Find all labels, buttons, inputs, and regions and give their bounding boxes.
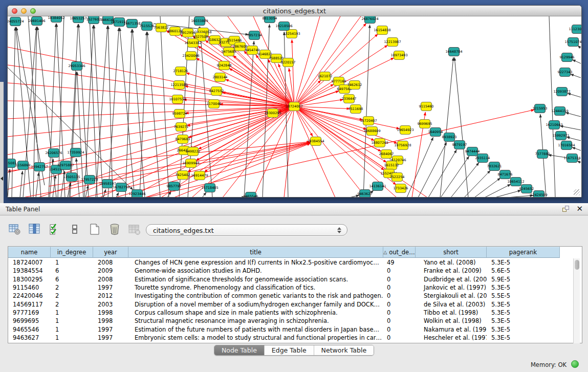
graph-node-label: 7522254 (390, 175, 405, 179)
table-row[interactable]: 946554611997Estimation of the future num… (8, 325, 573, 333)
column-header-year[interactable]: year (93, 247, 128, 258)
cell-year: 2008 (93, 276, 128, 283)
column-header-short[interactable]: short (416, 247, 487, 258)
graph-node-label: 9115460 (419, 104, 434, 108)
graph-node-label: 7425402 (176, 173, 190, 177)
citation-network-graph[interactable]: 1872400719384554756382288601288912954232… (8, 16, 581, 197)
graph-node-label: 12923446 (128, 192, 145, 196)
graph-node-label: 7377880 (535, 152, 550, 156)
graph-node-label: 12093872 (553, 90, 570, 94)
graph-node-label: 7462612 (347, 83, 362, 87)
column-header-out_degree[interactable]: △out_de… (383, 247, 416, 258)
cell-in_degree: 2 (51, 292, 93, 299)
table-header-row[interactable]: namein_degreeyeartitle△out_de…shortpager… (8, 247, 582, 258)
cell-out_degree: 0 (383, 292, 416, 299)
table-row[interactable]: 2242004622012Investigating the contribut… (8, 292, 573, 300)
graph-node-label: 26206576 (45, 151, 62, 155)
table-row[interactable]: 1456911722003Disruption of a novel membe… (8, 300, 573, 308)
table-body[interactable]: 1872400712008Changes of HCN gene express… (8, 258, 573, 343)
memory-status-indicator[interactable] (571, 360, 579, 368)
graph-node-label: 16648784 (445, 50, 462, 54)
graph-node-label: 7563822 (154, 26, 169, 30)
network-view-desktop: citations_edges.txt 18724007193845547563… (0, 0, 588, 203)
graph-node-label: 10973493 (390, 53, 407, 57)
column-header-in_degree[interactable]: in_degree (51, 247, 93, 258)
table-row[interactable]: 1872400712008Changes of HCN gene express… (8, 258, 573, 267)
panel-title: Table Panel (6, 206, 40, 213)
table-row[interactable]: 1830029562008Estimation of significance … (8, 275, 573, 283)
delete-table-icon[interactable] (128, 223, 141, 236)
window-resize-grip[interactable] (574, 189, 580, 195)
graph-node-label: 16671358 (123, 21, 140, 26)
delete-column-icon[interactable] (108, 223, 121, 236)
row-selection-icon[interactable] (68, 223, 81, 236)
close-panel-icon[interactable]: ✕ (576, 205, 583, 213)
cell-short: Franke et al. (2009) (416, 267, 487, 274)
graph-node-label: 29053346 (68, 64, 85, 68)
graph-node-label: 9474444 (465, 149, 480, 154)
graph-node-label: 9227343 (558, 70, 573, 74)
create-column-icon[interactable] (88, 223, 101, 236)
cell-out_degree: 0 (383, 309, 416, 316)
cell-name: 9777169 (8, 309, 51, 316)
graph-node-label: 2935114 (475, 156, 490, 160)
table-vertical-scrollbar[interactable] (573, 258, 580, 343)
graph-node-label: 13942757 (31, 165, 48, 169)
cell-title: Estimation of the future numbers of pati… (128, 326, 383, 333)
table-row[interactable]: 946362711997Embryonic stem cells: a mode… (8, 334, 573, 342)
column-header-name[interactable]: name (8, 247, 51, 258)
graph-node-label: 16210643 (546, 123, 562, 127)
cell-short: Dudbridge et al. (2008) (416, 276, 487, 283)
cell-title: Estimation of significance thresholds fo… (128, 276, 383, 283)
scrollbar-thumb[interactable] (575, 260, 579, 270)
tab-node-table[interactable]: Node Table (214, 345, 265, 355)
graph-node-label: 13254193 (283, 32, 300, 36)
graph-node-label: 1733426 (394, 186, 408, 190)
graph-node-label: 5475685 (222, 50, 236, 54)
table-row[interactable]: 977716911998Corpus callosum shape and si… (8, 309, 573, 317)
graph-node-label: 9498222 (186, 149, 201, 154)
graph-node-label: 1615132 (384, 163, 399, 167)
graph-node-label: 2336447 (342, 97, 357, 101)
status-bar: Memory: OK (0, 357, 588, 372)
network-window[interactable]: citations_edges.txt 18724007193845547563… (7, 5, 582, 198)
table-mode-icon[interactable] (8, 223, 21, 236)
cell-year: 1997 (93, 326, 128, 333)
tab-network-table[interactable]: Network Table (314, 345, 374, 355)
graph-node-label: 17016504 (558, 143, 575, 147)
graph-node-label: 9242848 (217, 63, 232, 68)
graph-node-label: 15992971 (552, 134, 569, 138)
cell-out_degree: 0 (383, 276, 416, 283)
select-all-icon[interactable] (48, 223, 61, 236)
column-visibility-icon[interactable] (28, 223, 41, 236)
column-header-pagerank[interactable]: pagerank (487, 247, 560, 258)
tab-edge-table[interactable]: Edge Table (265, 345, 314, 355)
graph-node-label: 20691406 (28, 19, 45, 23)
graph-node-label: 2718126 (173, 69, 188, 73)
cell-short: Hescheler et al. (1997) (416, 334, 487, 341)
graph-node-label: 9465546 (244, 194, 258, 197)
graph-node-label: 18384052 (48, 16, 64, 20)
graph-node-label: 16782759 (113, 185, 129, 189)
table-selector-dropdown[interactable]: citations_edges.txt (146, 224, 347, 236)
graph-node-label: 9598724 (172, 112, 187, 116)
column-header-title[interactable]: title (128, 247, 383, 258)
table-row[interactable]: 969969511998Structural magnetic resonanc… (8, 317, 573, 325)
cell-pagerank: 5.3E-5 (487, 309, 560, 316)
cell-out_degree: 0 (383, 301, 416, 308)
graph-node-label: 10653257 (70, 16, 86, 20)
table-row[interactable]: 911546021997Tourette syndrome. Phenomeno… (8, 283, 573, 292)
table-selector-value: citations_edges.txt (153, 227, 214, 234)
cell-out_degree: 49 (383, 259, 416, 266)
cell-year: 1998 (93, 317, 128, 324)
graph-node-label: 8479683 (176, 137, 190, 141)
collapse-left-icon[interactable] (1, 177, 3, 181)
window-titlebar[interactable]: citations_edges.txt (8, 6, 581, 16)
float-panel-icon[interactable] (562, 206, 570, 213)
cell-short: Nakamura et al. (1997) (416, 326, 487, 333)
cell-name: 22420046 (8, 292, 51, 299)
graph-node-label: 9879197 (452, 143, 467, 147)
table-row[interactable]: 1938455462009Genome-wide association stu… (8, 267, 573, 275)
graph-node-label: 9327509 (193, 35, 208, 39)
network-graph-canvas[interactable]: 1872400719384554756382288601288912954232… (8, 16, 581, 197)
